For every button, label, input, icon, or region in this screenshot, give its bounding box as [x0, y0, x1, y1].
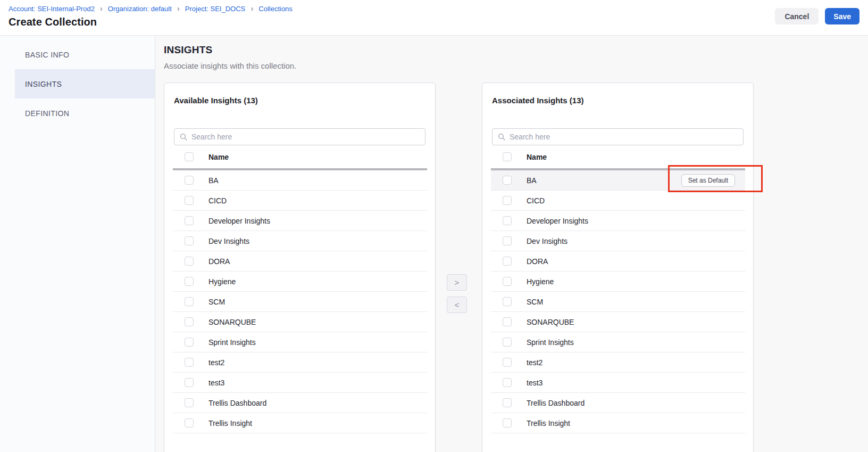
page-title: Create Collection: [9, 16, 97, 28]
table-row[interactable]: test2: [173, 352, 427, 373]
table-row[interactable]: BA: [173, 170, 427, 191]
insight-name: CICD: [208, 196, 227, 205]
page-header: Account: SEI-Internal-Prod2 › Organizati…: [0, 0, 868, 36]
row-checkbox[interactable]: [185, 317, 194, 326]
table-row[interactable]: Trellis Insight: [491, 413, 745, 433]
row-checkbox[interactable]: [185, 297, 194, 306]
available-insights-panel: Available Insights (13) Name BA: [164, 83, 436, 452]
table-row[interactable]: test3: [491, 373, 745, 393]
row-checkbox[interactable]: [503, 378, 512, 387]
select-all-checkbox[interactable]: [503, 152, 512, 161]
name-column-header: Name: [208, 153, 229, 161]
sidebar: BASIC INFO INSIGHTS DEFINITION: [0, 36, 155, 452]
table-row[interactable]: Trellis Insight: [173, 413, 427, 433]
insight-name: test3: [527, 379, 542, 387]
table-row[interactable]: Developer Insights: [173, 211, 427, 231]
breadcrumb-account-link[interactable]: Account: SEI-Internal-Prod2: [9, 5, 95, 13]
breadcrumb-collections-link[interactable]: Collections: [258, 5, 293, 13]
row-checkbox[interactable]: [503, 418, 512, 428]
row-checkbox[interactable]: [185, 216, 194, 225]
table-row[interactable]: test2: [491, 352, 745, 373]
available-table: Name BA CICD: [173, 145, 427, 433]
breadcrumb: Account: SEI-Internal-Prod2 › Organizati…: [9, 5, 293, 13]
available-search-input[interactable]: [191, 129, 425, 145]
insight-name: test2: [527, 358, 542, 367]
insight-name: SONARQUBE: [208, 318, 256, 326]
table-row[interactable]: Hygiene: [491, 272, 745, 292]
search-icon: [498, 133, 505, 141]
row-checkbox[interactable]: [503, 358, 512, 367]
table-row[interactable]: CICD: [173, 191, 427, 211]
insight-name: Hygiene: [208, 277, 236, 286]
row-checkbox[interactable]: [185, 196, 194, 205]
insight-name: test2: [208, 358, 224, 367]
move-left-button[interactable]: <: [447, 297, 467, 313]
insight-name: Trellis Insight: [527, 419, 570, 428]
table-row[interactable]: Developer Insights: [491, 211, 745, 231]
table-row[interactable]: SCM: [491, 292, 745, 312]
row-checkbox[interactable]: [503, 176, 512, 185]
insight-name: Sprint Insights: [527, 338, 574, 347]
insight-name: SONARQUBE: [527, 318, 574, 326]
row-checkbox[interactable]: [185, 338, 194, 347]
row-checkbox[interactable]: [503, 297, 512, 306]
row-checkbox[interactable]: [185, 236, 194, 245]
insight-name: Trellis Dashboard: [527, 399, 585, 407]
insight-name: Dev Insights: [527, 237, 567, 245]
row-checkbox[interactable]: [185, 378, 194, 387]
associated-search-input[interactable]: [510, 129, 743, 145]
table-row[interactable]: CICD: [491, 191, 745, 211]
table-row[interactable]: SONARQUBE: [173, 312, 427, 332]
table-row[interactable]: test3: [173, 373, 427, 393]
row-checkbox[interactable]: [503, 317, 512, 326]
row-checkbox[interactable]: [185, 277, 194, 286]
row-checkbox[interactable]: [503, 236, 512, 245]
table-row[interactable]: Dev Insights: [173, 231, 427, 251]
row-checkbox[interactable]: [185, 418, 194, 428]
move-right-button[interactable]: >: [447, 274, 467, 291]
associated-table-header: Name: [491, 145, 745, 168]
row-checkbox[interactable]: [503, 257, 512, 266]
table-row[interactable]: Sprint Insights: [491, 332, 745, 352]
table-row[interactable]: Hygiene: [173, 272, 427, 292]
row-checkbox[interactable]: [503, 216, 512, 225]
insight-name: CICD: [527, 196, 545, 205]
row-checkbox[interactable]: [503, 277, 512, 286]
breadcrumb-project-link[interactable]: Project: SEI_DOCS: [185, 5, 245, 13]
insight-name: BA: [527, 176, 537, 185]
main-content: INSIGHTS Associate insights with this co…: [156, 36, 868, 452]
table-row[interactable]: Trellis Dashboard: [173, 393, 427, 413]
table-row[interactable]: DORA: [491, 251, 745, 272]
cancel-button[interactable]: Cancel: [775, 8, 819, 24]
table-row[interactable]: BA Set as Default: [491, 170, 745, 191]
associated-insights-panel: Associated Insights (13) Name BA Set: [482, 83, 754, 452]
row-checkbox[interactable]: [185, 398, 194, 407]
sidebar-item-definition[interactable]: DEFINITION: [15, 98, 155, 128]
set-as-default-button[interactable]: Set as Default: [681, 174, 735, 187]
table-row[interactable]: Dev Insights: [491, 231, 745, 251]
breadcrumb-organization-link[interactable]: Organization: default: [108, 5, 172, 13]
row-checkbox[interactable]: [185, 358, 194, 367]
sidebar-item-insights[interactable]: INSIGHTS: [15, 69, 155, 98]
chevron-right-icon: ›: [100, 4, 103, 12]
sidebar-item-basic-info[interactable]: BASIC INFO: [15, 40, 155, 69]
row-checkbox[interactable]: [185, 176, 194, 185]
table-row[interactable]: DORA: [173, 251, 427, 272]
chevron-right-icon: ›: [177, 4, 180, 12]
row-checkbox[interactable]: [503, 196, 512, 205]
available-search-box: [174, 128, 425, 145]
table-row[interactable]: Sprint Insights: [173, 332, 427, 352]
save-button[interactable]: Save: [825, 8, 859, 24]
row-checkbox[interactable]: [185, 257, 194, 266]
row-checkbox[interactable]: [503, 338, 512, 347]
available-panel-title: Available Insights (13): [174, 96, 425, 105]
section-subheading: Associate insights with this collection.: [164, 61, 296, 70]
name-column-header: Name: [527, 153, 547, 161]
select-all-checkbox[interactable]: [185, 152, 194, 161]
table-row[interactable]: Trellis Dashboard: [491, 393, 745, 413]
table-row[interactable]: SCM: [173, 292, 427, 312]
table-row[interactable]: SONARQUBE: [491, 312, 745, 332]
insight-name: DORA: [527, 257, 548, 266]
associated-table: Name BA Set as Default CICD: [491, 145, 745, 433]
row-checkbox[interactable]: [503, 398, 512, 407]
